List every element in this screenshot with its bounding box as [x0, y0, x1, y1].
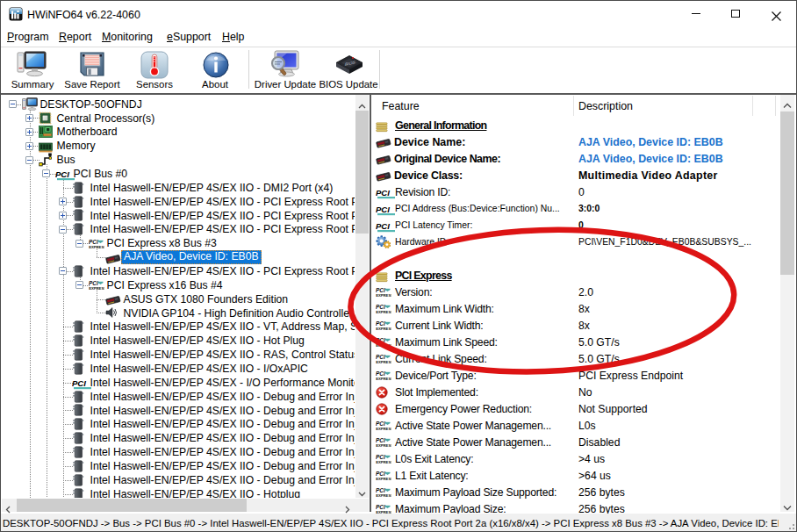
svg-text:EXPRESS: EXPRESS	[89, 245, 104, 249]
svg-text:PCI: PCI	[376, 205, 390, 214]
svg-text:EXPRESS: EXPRESS	[376, 477, 391, 481]
svg-text:EXPRESS: EXPRESS	[376, 343, 391, 348]
svg-text:PCI: PCI	[376, 189, 390, 198]
svg-text:EXPRESS: EXPRESS	[376, 310, 391, 314]
svg-text:EXPRESS: EXPRESS	[89, 286, 104, 291]
svg-text:EXPRESS: EXPRESS	[376, 327, 391, 331]
svg-text:PCI: PCI	[72, 379, 86, 388]
svg-text:PCI: PCI	[55, 170, 69, 179]
svg-text:EXPRESS: EXPRESS	[376, 460, 391, 464]
svg-text:EXPRESS: EXPRESS	[376, 377, 391, 381]
svg-text:EXPRESS: EXPRESS	[376, 360, 391, 364]
svg-text:PCI: PCI	[376, 222, 390, 231]
svg-text:EXPRESS: EXPRESS	[376, 443, 391, 448]
svg-text:EXPRESS: EXPRESS	[376, 493, 391, 498]
svg-text:EXPRESS: EXPRESS	[376, 427, 391, 431]
svg-text:EXPRESS: EXPRESS	[376, 293, 391, 298]
